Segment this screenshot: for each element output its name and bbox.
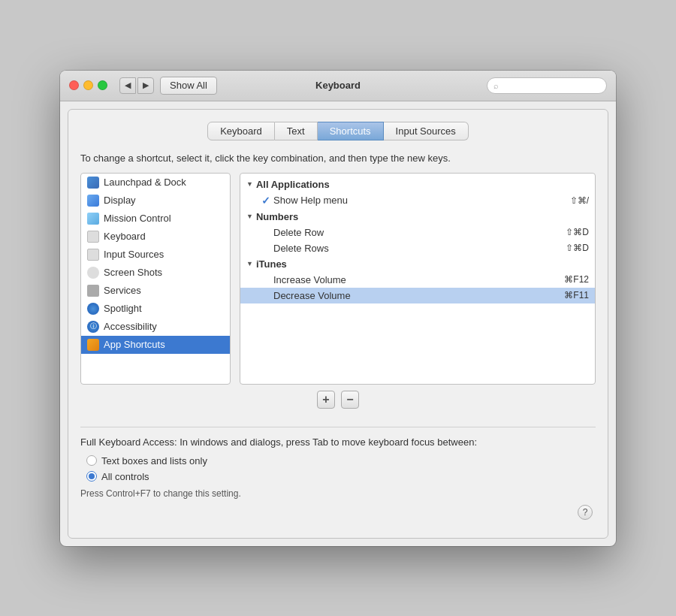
shortcut-row-show-help[interactable]: ✓ Show Help menu ⇧⌘/ [240,192,595,209]
radio-item-text-boxes[interactable]: Text boxes and lists only [86,455,596,467]
shortcut-row-delete-rows[interactable]: Delete Rows ⇧⌘D [240,240,595,256]
shortcut-name-decrease-volume: Decrease Volume [273,290,564,301]
remove-shortcut-button[interactable]: − [341,391,359,409]
bottom-section: Full Keyboard Access: In windows and dia… [80,427,596,499]
sidebar-item-spotlight[interactable]: Spotlight [81,300,230,318]
keyboard-icon [87,231,99,243]
sidebar-label-keyboard: Keyboard [104,231,146,242]
radio-outer-text-boxes[interactable] [86,455,97,466]
shortcut-key-decrease-volume: ⌘F11 [564,290,589,300]
triangle-itunes: ▼ [246,260,253,267]
sidebar-label-spotlight: Spotlight [104,303,142,314]
full-keyboard-title: Full Keyboard Access: In windows and dia… [80,436,596,448]
group-header-numbers[interactable]: ▼ Numbers [240,209,595,225]
shortcut-row-decrease-volume[interactable]: Decrease Volume ⌘F11 [240,288,595,303]
forward-icon: ▶ [143,80,149,90]
sidebar-item-accessibility[interactable]: ⓘ Accessibility [81,318,230,336]
keyboard-preferences-window: ◀ ▶ Show All Keyboard ⌕ Keyboard Text Sh… [60,71,616,546]
maximize-button[interactable] [98,80,107,90]
sidebar-label-accessibility: Accessibility [104,321,157,332]
sidebar-label-mission: Mission Control [104,213,171,224]
triangle-numbers: ▼ [246,213,253,220]
sidebar-label-display: Display [104,195,136,206]
sidebar-item-app-shortcuts[interactable]: App Shortcuts [81,336,230,354]
group-label-itunes: iTunes [256,258,287,270]
sidebar-label-app-shortcuts: App Shortcuts [104,339,165,350]
services-icon [87,285,99,297]
group-header-all-apps[interactable]: ▼ All Applications [240,177,595,192]
group-label-numbers: Numbers [256,211,298,222]
instruction-text: To change a shortcut, select it, click t… [80,152,596,164]
search-icon: ⌕ [493,81,499,90]
shortcut-key-delete-row: ⇧⌘D [566,227,589,237]
shortcut-name-show-help: Show Help menu [273,195,570,206]
radio-item-all-controls[interactable]: All controls [86,471,596,482]
launchpad-icon [87,177,99,189]
sidebar-item-screenshots[interactable]: Screen Shots [81,264,230,282]
group-header-itunes[interactable]: ▼ iTunes [240,256,595,272]
shortcut-key-show-help: ⇧⌘/ [570,195,589,206]
nav-buttons: ◀ ▶ [119,77,154,94]
minimize-button[interactable] [83,80,93,90]
tab-shortcuts[interactable]: Shortcuts [318,122,384,140]
triangle-all-apps: ▼ [246,180,253,188]
sidebar-item-mission[interactable]: Mission Control [81,210,230,228]
tab-input-sources[interactable]: Input Sources [384,122,469,140]
radio-label-text-boxes: Text boxes and lists only [101,455,207,467]
radio-outer-all-controls[interactable] [86,471,97,482]
shortcut-list: ▼ All Applications ✓ Show Help menu ⇧⌘/ … [240,174,595,384]
sidebar-label-launchpad: Launchpad & Dock [104,177,186,188]
shortcut-row-delete-row[interactable]: Delete Row ⇧⌘D [240,225,595,240]
shortcut-name-increase-volume: Increase Volume [273,274,564,285]
tab-bar: Keyboard Text Shortcuts Input Sources [80,122,596,140]
mission-icon [87,213,99,225]
shortcut-key-increase-volume: ⌘F12 [564,274,589,285]
tab-keyboard[interactable]: Keyboard [207,122,275,140]
shortcut-name-delete-row: Delete Row [273,227,566,238]
forward-button[interactable]: ▶ [137,77,154,94]
sidebar-label-services: Services [104,285,141,296]
sidebar-item-display[interactable]: Display [81,192,230,210]
input-sources-icon [87,249,99,261]
group-label-all-apps: All Applications [256,179,330,190]
shortcut-key-delete-rows: ⇧⌘D [566,243,589,253]
shortcut-panel: ▼ All Applications ✓ Show Help menu ⇧⌘/ … [240,173,596,385]
sidebar: Launchpad & Dock Display Mission Control… [80,173,231,385]
shortcut-row-increase-volume[interactable]: Increase Volume ⌘F12 [240,272,595,288]
help-button[interactable]: ? [578,505,593,520]
shortcut-name-delete-rows: Delete Rows [273,243,566,254]
checkmark-show-help: ✓ [261,195,270,207]
titlebar: ◀ ▶ Show All Keyboard ⌕ [60,71,616,101]
spotlight-icon [87,303,99,315]
radio-group: Text boxes and lists only All controls [86,455,596,482]
close-button[interactable] [69,80,79,90]
bottom-bar: ? [80,499,596,526]
back-button[interactable]: ◀ [119,77,136,94]
radio-label-all-controls: All controls [101,471,149,482]
content-area: Keyboard Text Shortcuts Input Sources To… [68,109,608,539]
sidebar-item-input-sources[interactable]: Input Sources [81,246,230,264]
sidebar-item-keyboard[interactable]: Keyboard [81,228,230,246]
show-all-button[interactable]: Show All [160,77,217,95]
search-box[interactable]: ⌕ [487,77,607,94]
traffic-lights [69,80,107,90]
checkbox-show-help[interactable]: ✓ [258,195,273,207]
panel-buttons: + − [80,385,596,415]
sidebar-item-services[interactable]: Services [81,282,230,300]
screenshots-icon [87,267,99,279]
sidebar-label-screenshots: Screen Shots [104,267,162,278]
sidebar-item-launchpad[interactable]: Launchpad & Dock [81,174,230,192]
accessibility-icon: ⓘ [87,321,99,333]
sidebar-label-input-sources: Input Sources [104,249,164,260]
main-area: Launchpad & Dock Display Mission Control… [80,173,596,385]
back-icon: ◀ [125,80,131,90]
radio-inner-all-controls [89,473,95,479]
app-shortcuts-icon [87,339,99,351]
display-icon [87,195,99,207]
hint-text: Press Control+F7 to change this setting. [80,488,596,499]
search-input[interactable] [502,80,614,91]
window-title: Keyboard [315,80,361,91]
add-shortcut-button[interactable]: + [317,391,335,409]
tab-text[interactable]: Text [275,122,318,140]
